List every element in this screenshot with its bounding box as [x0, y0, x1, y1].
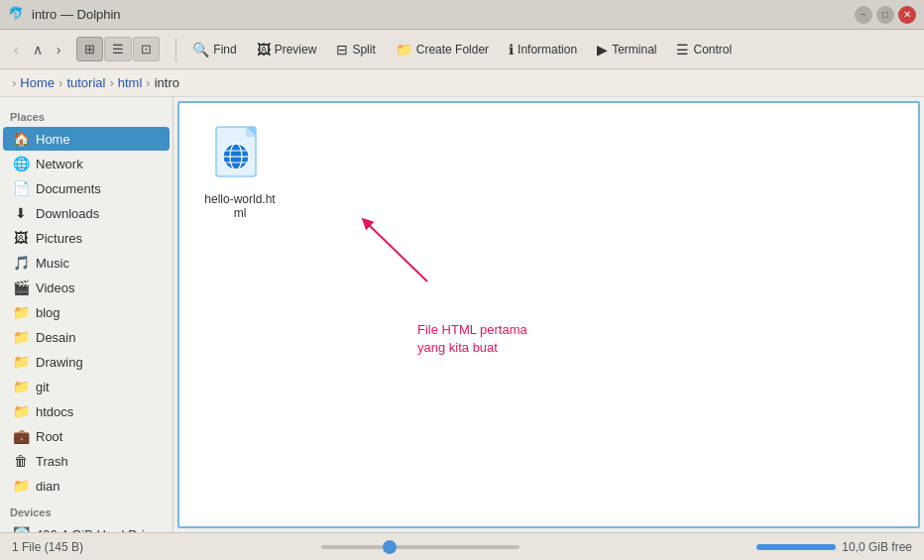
- find-label: Find: [213, 43, 236, 56]
- sidebar-item-network-label: Network: [36, 157, 83, 171]
- devices-title: Devices: [0, 499, 173, 521]
- sidebar-item-documents[interactable]: 📄 Documents: [3, 176, 170, 200]
- sidebar-item-trash[interactable]: 🗑 Trash: [3, 449, 170, 473]
- file-name: hello-world.html: [201, 192, 279, 220]
- desain-icon: 📁: [13, 329, 29, 345]
- sidebar-item-videos[interactable]: 🎬 Videos: [3, 276, 170, 299]
- sidebar-item-documents-label: Documents: [36, 181, 101, 196]
- sidebar-item-home[interactable]: 🏠 Home: [3, 127, 170, 151]
- find-button[interactable]: 🔍 Find: [184, 38, 244, 61]
- create-folder-label: Create Folder: [416, 43, 489, 56]
- downloads-icon: ⬇: [13, 205, 29, 221]
- sidebar-item-dian[interactable]: 📁 dian: [3, 474, 170, 498]
- close-button[interactable]: ✕: [898, 6, 916, 24]
- control-icon: ☰: [676, 42, 689, 57]
- sidebar-item-trash-label: Trash: [36, 454, 68, 469]
- blog-icon: 📁: [13, 304, 29, 320]
- documents-icon: 📄: [13, 180, 29, 196]
- split-label: Split: [352, 43, 375, 56]
- sidebar-item-music-label: Music: [36, 256, 69, 271]
- html-file-icon: [214, 125, 266, 188]
- preview-label: Preview: [275, 43, 317, 56]
- up-button[interactable]: ∧: [27, 38, 49, 61]
- home-icon: 🏠: [13, 131, 29, 147]
- sidebar-item-git[interactable]: 📁 git: [3, 375, 170, 398]
- sidebar-item-downloads-label: Downloads: [36, 206, 99, 221]
- sidebar-item-git-label: git: [36, 380, 50, 394]
- sidebar-item-home-label: Home: [36, 132, 70, 147]
- information-label: Information: [518, 43, 577, 56]
- back-button[interactable]: ‹: [8, 38, 25, 61]
- terminal-icon: ▶: [597, 42, 608, 57]
- terminal-button[interactable]: ▶ Terminal: [589, 38, 664, 61]
- breadcrumb-current: intro: [155, 75, 179, 90]
- places-title: Places: [0, 103, 173, 126]
- sidebar-item-htdocs-label: htdocs: [36, 404, 73, 419]
- folder-icon: 📁: [396, 42, 412, 57]
- breadcrumb-tutorial[interactable]: tutorial: [66, 75, 105, 90]
- forward-button[interactable]: ›: [51, 38, 67, 61]
- sidebar-item-htdocs[interactable]: 📁 htdocs: [3, 399, 170, 423]
- titlebar-title: intro — Dolphin: [32, 7, 121, 22]
- create-folder-button[interactable]: 📁 Create Folder: [388, 38, 497, 61]
- svg-line-10: [366, 222, 427, 281]
- view-columns-button[interactable]: ⊡: [133, 37, 160, 61]
- file-item[interactable]: hello-world.html: [195, 119, 285, 226]
- split-icon: ⊟: [336, 42, 348, 57]
- music-icon: 🎵: [13, 255, 29, 271]
- trash-icon: 🗑: [13, 453, 29, 469]
- preview-button[interactable]: 🖼 Preview: [249, 38, 325, 61]
- terminal-label: Terminal: [612, 43, 656, 56]
- view-details-button[interactable]: ☰: [104, 37, 132, 61]
- info-icon: ℹ: [509, 42, 514, 57]
- minimize-button[interactable]: −: [855, 6, 872, 24]
- sidebar-item-desain[interactable]: 📁 Desain: [3, 325, 170, 349]
- toolbar: ‹ ∧ › ⊞ ☰ ⊡ 🔍 Find 🖼 Preview ⊟ Split 📁 C…: [0, 30, 924, 69]
- sidebar-item-drawing[interactable]: 📁 Drawing: [3, 350, 170, 374]
- preview-icon: 🖼: [257, 42, 271, 57]
- view-icons-button[interactable]: ⊞: [76, 37, 103, 61]
- view-buttons: ⊞ ☰ ⊡: [76, 37, 160, 61]
- breadcrumb-html[interactable]: html: [118, 75, 143, 90]
- split-button[interactable]: ⊟ Split: [328, 38, 383, 61]
- control-button[interactable]: ☰ Control: [668, 38, 740, 61]
- breadcrumb-sep2: ›: [109, 75, 113, 90]
- information-button[interactable]: ℹ Information: [501, 38, 585, 61]
- zoom-thumb[interactable]: [383, 540, 397, 554]
- breadcrumb: › Home › tutorial › html › intro: [0, 69, 924, 97]
- breadcrumb-sep1: ›: [58, 75, 62, 90]
- free-bar: [756, 544, 836, 550]
- sidebar-item-hd1[interactable]: 💽 406,4 GiB Hard Drive: [3, 522, 170, 532]
- annotation-text: File HTML pertama yang kita buat: [417, 321, 527, 357]
- annotation-arrow-svg: [348, 202, 467, 301]
- sidebar-item-blog-label: blog: [36, 305, 60, 320]
- zoom-track: [321, 545, 520, 549]
- main-layout: Places 🏠 Home 🌐 Network 📄 Documents ⬇ Do…: [0, 97, 924, 532]
- sidebar-item-downloads[interactable]: ⬇ Downloads: [3, 201, 170, 225]
- breadcrumb-home[interactable]: Home: [20, 75, 55, 90]
- titlebar-controls: − □ ✕: [855, 6, 916, 24]
- toolbar-separator: [175, 38, 176, 61]
- maximize-button[interactable]: □: [876, 6, 894, 24]
- control-label: Control: [693, 43, 732, 56]
- sidebar: Places 🏠 Home 🌐 Network 📄 Documents ⬇ Do…: [0, 97, 173, 532]
- drawing-icon: 📁: [13, 354, 29, 370]
- sidebar-item-desain-label: Desain: [36, 330, 75, 345]
- zoom-slider-container[interactable]: [321, 540, 520, 554]
- pictures-icon: 🖼: [13, 230, 29, 246]
- statusbar-free: 10,0 GiB free: [842, 540, 912, 554]
- sidebar-item-pictures[interactable]: 🖼 Pictures: [3, 226, 170, 250]
- sidebar-item-drawing-label: Drawing: [36, 355, 83, 370]
- titlebar: 🐬 intro — Dolphin − □ ✕: [0, 0, 924, 30]
- sidebar-item-music[interactable]: 🎵 Music: [3, 251, 170, 275]
- sidebar-item-network[interactable]: 🌐 Network: [3, 152, 170, 175]
- sidebar-item-videos-label: Videos: [36, 280, 75, 295]
- breadcrumb-sep-start: ›: [12, 75, 16, 90]
- sidebar-item-blog[interactable]: 📁 blog: [3, 300, 170, 324]
- sidebar-item-root[interactable]: 💼 Root: [3, 424, 170, 448]
- app-icon: 🐬: [8, 6, 26, 24]
- dian-icon: 📁: [13, 478, 29, 494]
- root-icon: 💼: [13, 428, 29, 444]
- htdocs-icon: 📁: [13, 403, 29, 419]
- sidebar-item-pictures-label: Pictures: [36, 231, 82, 246]
